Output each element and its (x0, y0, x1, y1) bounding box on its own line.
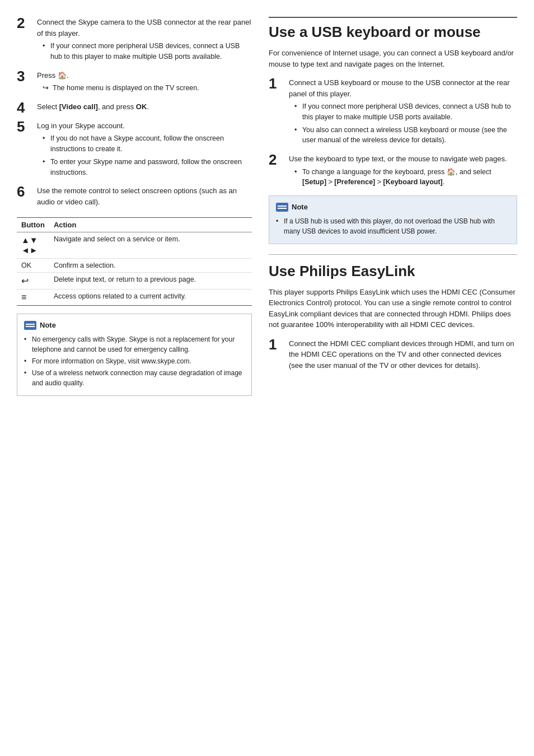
list-item: The home menu is displayed on the TV scr… (43, 83, 252, 94)
note-icon (24, 321, 36, 330)
step-3-arrows: The home menu is displayed on the TV scr… (43, 83, 252, 94)
right-column: Use a USB keyboard or mouse For convenie… (269, 17, 517, 739)
list-item: You also can connect a wireless USB keyb… (294, 125, 517, 146)
usb-step-2: 2 Use the keyboard to type text, or the … (269, 153, 517, 190)
list-item: No emergency calls with Skype. Skype is … (24, 334, 245, 354)
table-col-action: Action (49, 218, 252, 232)
list-item: If you do not have a Skype account, foll… (43, 133, 252, 155)
table-row: ≡ Access options related to a current ac… (17, 290, 252, 306)
step-4-content: Select [Video call], and press OK. (37, 101, 252, 115)
note-list: No emergency calls with Skype. Skype is … (24, 334, 245, 388)
usb-step-1: 1 Connect a USB keyboard or mouse to the… (269, 77, 517, 148)
easylink-section-title: Use Philips EasyLink (269, 263, 517, 280)
usb-step-1-text: Connect a USB keyboard or mouse to the U… (289, 77, 517, 99)
note-icon (276, 203, 288, 212)
table-cell-action: Confirm a selection. (49, 259, 252, 273)
easylink-section-intro: This player supports Philips EasyLink wh… (269, 287, 517, 330)
list-item: If you connect more peripheral USB devic… (294, 101, 517, 123)
step-4: 4 Select [Video call], and press OK. (17, 101, 252, 115)
usb-step-2-content: Use the keyboard to type text, or the mo… (289, 153, 517, 190)
list-item: To change a language for the keyboard, p… (294, 167, 517, 188)
step-2-text: Connect the Skype camera to the USB conn… (37, 17, 252, 39)
step-6-content: Use the remote control to select onscree… (37, 185, 252, 209)
table-row: OK Confirm a selection. (17, 259, 252, 273)
table-row: ▲▼◄► Navigate and select on a service or… (17, 232, 252, 259)
step-number-5: 5 (17, 119, 37, 134)
table-row: ↩ Delete input text, or return to a prev… (17, 273, 252, 290)
step-5-content: Log in your Skype account. If you do not… (37, 120, 252, 180)
usb-note-box: Note If a USB hub is used with this play… (269, 195, 517, 244)
note-header: Note (24, 320, 245, 331)
table-cell-symbol: ▲▼◄► (17, 232, 49, 259)
table-col-button: Button (17, 218, 49, 232)
step-2-content: Connect the Skype camera to the USB conn… (37, 17, 252, 64)
step-2-bullets: If your connect more peripheral USB devi… (43, 41, 252, 62)
usb-section-intro: For convenience of Internet usage, you c… (269, 48, 517, 69)
step-4-text: Select [Video call], and press OK. (37, 101, 252, 113)
step-3-content: Press 🏠. The home menu is displayed on t… (37, 70, 252, 96)
easylink-step-number-1: 1 (269, 337, 289, 352)
step-3-text: Press 🏠. (37, 70, 252, 81)
step-2: 2 Connect the Skype camera to the USB co… (17, 17, 252, 64)
list-item: Use of a wireless network connection may… (24, 368, 245, 388)
button-action-table: Button Action ▲▼◄► Navigate and select o… (17, 217, 252, 306)
usb-step-number-2: 2 (269, 152, 289, 167)
table-cell-action: Access options related to a current acti… (49, 290, 252, 306)
step-3: 3 Press 🏠. The home menu is displayed on… (17, 70, 252, 96)
usb-step-1-bullets: If you connect more peripheral USB devic… (294, 101, 517, 146)
left-column: 2 Connect the Skype camera to the USB co… (17, 17, 252, 739)
list-item: To enter your Skype name and password, f… (43, 157, 252, 178)
step-6: 6 Use the remote control to select onscr… (17, 185, 252, 209)
easylink-step-1-content: Connect the HDMI CEC compliant devices t… (289, 338, 517, 374)
usb-step-2-bullets: To change a language for the keyboard, p… (294, 167, 517, 188)
table-cell-symbol: ≡ (17, 290, 49, 306)
table-cell-symbol: OK (17, 259, 49, 273)
table-cell-symbol: ↩ (17, 273, 49, 290)
left-note-box: Note No emergency calls with Skype. Skyp… (17, 314, 252, 396)
section-divider (269, 254, 517, 255)
step-6-text: Use the remote control to select onscree… (37, 185, 252, 207)
table-cell-action: Navigate and select on a service or item… (49, 232, 252, 259)
usb-step-1-content: Connect a USB keyboard or mouse to the U… (289, 77, 517, 148)
step-number-2: 2 (17, 16, 37, 30)
step-5: 5 Log in your Skype account. If you do n… (17, 120, 252, 180)
step-5-text: Log in your Skype account. (37, 120, 252, 132)
step-5-bullets: If you do not have a Skype account, foll… (43, 133, 252, 178)
easylink-step-1-text: Connect the HDMI CEC compliant devices t… (289, 338, 517, 371)
usb-step-number-1: 1 (269, 76, 289, 91)
step-number-6: 6 (17, 184, 37, 199)
step-number-4: 4 (17, 100, 37, 115)
list-item: If your connect more peripheral USB devi… (43, 41, 252, 62)
note-header: Note (276, 202, 510, 213)
list-item: For more information on Skype, visit www… (24, 356, 245, 366)
step-number-3: 3 (17, 69, 37, 83)
usb-section-title: Use a USB keyboard or mouse (269, 17, 517, 41)
list-item: If a USB hub is used with this player, d… (276, 216, 510, 236)
note-label: Note (292, 202, 308, 213)
easylink-step-1: 1 Connect the HDMI CEC compliant devices… (269, 338, 517, 374)
note-list: If a USB hub is used with this player, d… (276, 216, 510, 236)
note-label: Note (40, 320, 56, 331)
table-cell-action: Delete input text, or return to a previo… (49, 273, 252, 290)
usb-step-2-text: Use the keyboard to type text, or the mo… (289, 153, 517, 165)
